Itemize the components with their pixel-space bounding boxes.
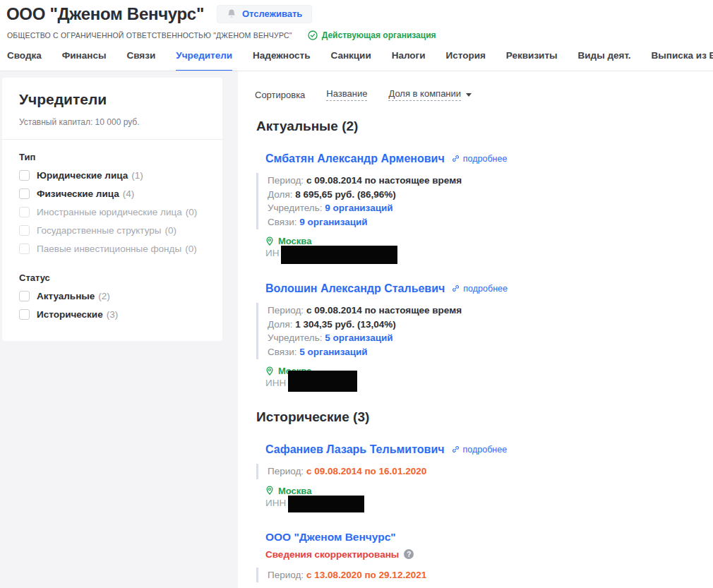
section-title-historical: Исторические (3) [256, 409, 713, 425]
charter-capital: Уставный капитал: 10 000 руб. [19, 117, 205, 127]
connections-label: Связи: [268, 347, 297, 357]
corrected-info-label: Сведения скорректированы [265, 549, 399, 560]
link-icon [452, 155, 460, 162]
company-header: ООО "Дженом Венчурс" Отслеживать ОБЩЕСТВ… [0, 0, 713, 71]
sidebar-title: Учредители [19, 91, 205, 108]
share-label: Доля: [268, 189, 292, 200]
tab-nadezhnost[interactable]: Надежность [253, 50, 310, 71]
status-badge-label: Действующая организация [322, 30, 436, 40]
tab-sankcii[interactable]: Санкции [330, 50, 371, 71]
city-label: Москва [278, 236, 311, 246]
founder-name-link[interactable]: Волошин Александр Стальевич [265, 282, 445, 295]
filters-panel: Учредители Уставный капитал: 10 000 руб.… [2, 78, 222, 341]
founder-card-company: ООО "Дженом Венчурс" Сведения скорректир… [256, 531, 713, 588]
inn-row: ИН [265, 248, 713, 264]
inn-label: ИНН [265, 378, 286, 388]
checkbox-icon [19, 244, 30, 254]
details-link[interactable]: подробнее [452, 445, 508, 455]
share-value: 1 304,35 руб. (13,04%) [295, 319, 396, 330]
checkbox-icon[interactable] [19, 188, 30, 199]
founder-info-block: Период: с 09.08.2014 по 16.01.2020 [256, 464, 713, 479]
status-filter-title: Статус [19, 272, 205, 283]
filter-checkbox-individuals[interactable]: Физические лица (4) [19, 188, 205, 199]
redacted-inn-box [281, 246, 397, 264]
tab-svodka[interactable]: Сводка [7, 50, 42, 71]
redacted-inn-box [288, 496, 364, 512]
sort-by-share[interactable]: Доля в компании [388, 88, 472, 101]
status-badge: Действующая организация [308, 30, 436, 40]
founder-card-voloshin: Волошин Александр Стальевич подробнее Пе… [256, 282, 713, 392]
founder-of-link[interactable]: 9 организаций [325, 203, 393, 213]
tab-nalogi[interactable]: Налоги [392, 50, 426, 71]
tab-bar: Сводка Финансы Связи Учредители Надежнос… [0, 50, 713, 71]
page-title: ООО "Дженом Венчурс" [6, 4, 204, 24]
period-value: с 09.08.2014 по настоящее время [306, 305, 462, 316]
bell-icon [227, 8, 236, 19]
location-row: Москва [265, 236, 713, 246]
tab-finansy[interactable]: Финансы [62, 50, 107, 71]
company-profile-page: ООО "Дженом Венчурс" Отслеживать ОБЩЕСТВ… [0, 0, 713, 588]
redacted-inn-box [288, 371, 357, 392]
details-link[interactable]: подробнее [452, 154, 508, 164]
tab-uchrediteli[interactable]: Учредители [176, 50, 232, 71]
checkbox-icon [19, 207, 30, 217]
sort-label: Сортировка [255, 90, 305, 100]
tab-vidy-deyat[interactable]: Виды деят. [578, 50, 631, 71]
share-value: 8 695,65 руб. (86,96%) [295, 189, 396, 200]
founder-of-label: Учредитель: [268, 332, 323, 343]
inn-row: ИНН [265, 378, 713, 392]
period-value: с 09.08.2014 по 16.01.2020 [306, 466, 426, 476]
founder-info-block: Период: с 09.08.2014 по настоящее время … [256, 303, 713, 359]
period-label: Период: [268, 466, 304, 476]
founder-info-block: Период: с 13.08.2020 по 29.12.2021 [256, 568, 713, 583]
follow-button[interactable]: Отслеживать [217, 5, 312, 23]
share-label: Доля: [268, 319, 292, 330]
check-circle-icon [308, 30, 318, 40]
period-label: Период: [268, 305, 304, 316]
corrected-info-row: Сведения скорректированы ? [265, 549, 713, 560]
tab-istoriya[interactable]: История [446, 50, 486, 71]
founders-list-panel: Сортировка Название Доля в компании Акту… [238, 71, 713, 588]
founder-name-link[interactable]: Сафаниев Лазарь Тельмитович [265, 443, 445, 456]
filter-checkbox-government: Государственные структуры (0) [19, 225, 205, 236]
checkbox-icon [19, 225, 30, 236]
checkbox-icon[interactable] [19, 291, 30, 301]
checkbox-icon[interactable] [19, 170, 30, 181]
connections-link[interactable]: 9 организаций [299, 217, 367, 227]
checkbox-icon[interactable] [19, 309, 30, 320]
section-title-actual: Актуальные (2) [256, 119, 713, 134]
inn-row: ИНН [265, 498, 713, 512]
tab-rekvizity[interactable]: Реквизиты [506, 50, 558, 71]
sort-by-name[interactable]: Название [326, 88, 367, 101]
inn-label: ИНН [265, 498, 286, 508]
period-value: с 09.08.2014 по настоящее время [306, 175, 462, 186]
city-label: Москва [278, 486, 311, 496]
question-circle-icon[interactable]: ? [404, 549, 414, 559]
inn-label: ИН [265, 248, 279, 258]
link-icon [452, 284, 460, 292]
tab-vypiska-egrul[interactable]: Выписка из ЕГРЮЛ [652, 50, 713, 71]
connections-link[interactable]: 5 организаций [299, 347, 367, 357]
pin-icon [265, 486, 274, 496]
filter-checkbox-legal-entities[interactable]: Юридические лица (1) [19, 170, 205, 181]
founder-of-label: Учредитель: [268, 203, 323, 213]
details-link[interactable]: подробнее [452, 284, 508, 294]
founder-name-link[interactable]: Смбатян Александр Арменович [265, 152, 445, 165]
founder-of-link[interactable]: 5 организаций [325, 332, 393, 343]
filter-checkbox-historical[interactable]: Исторические (3) [19, 309, 205, 320]
tab-svyazi[interactable]: Связи [126, 50, 155, 71]
connections-label: Связи: [268, 217, 297, 227]
pin-icon [265, 236, 274, 246]
founder-info-block: Период: с 09.08.2014 по настоящее время … [256, 173, 713, 229]
content-area: Учредители Уставный капитал: 10 000 руб.… [0, 71, 713, 588]
founder-name-link[interactable]: ООО "Дженом Венчурс" [265, 531, 396, 544]
sort-row: Сортировка Название Доля в компании [255, 71, 713, 101]
follow-button-label: Отслеживать [242, 8, 302, 19]
period-label: Период: [268, 570, 304, 580]
filter-checkbox-investment-funds: Паевые инвестиционные фонды (0) [19, 244, 205, 254]
filter-checkbox-actual[interactable]: Актуальные (2) [19, 291, 205, 301]
type-filter-title: Тип [19, 152, 205, 162]
founder-card-safaniev: Сафаниев Лазарь Тельмитович подробнее Пе… [256, 443, 713, 512]
period-value: с 13.08.2020 по 29.12.2021 [306, 570, 426, 580]
caret-down-icon [466, 93, 472, 97]
